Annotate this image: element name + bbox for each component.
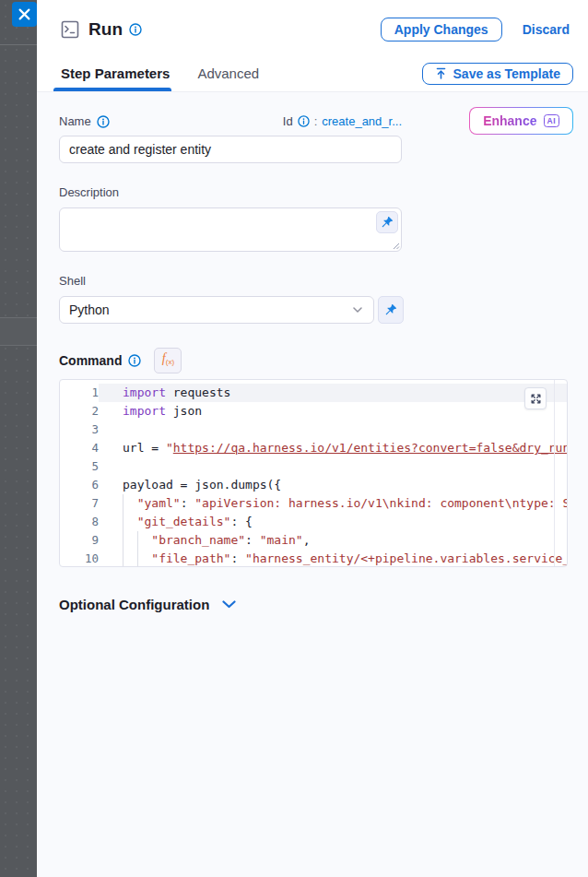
- id-info-icon[interactable]: [298, 115, 310, 127]
- ai-badge: AI: [544, 114, 560, 127]
- shell-pin-button[interactable]: [378, 296, 404, 324]
- shell-select[interactable]: Python: [59, 296, 374, 324]
- line-number: 7: [60, 494, 99, 513]
- indent-guide: [123, 513, 123, 531]
- command-editor[interactable]: 1import requests2import json34url = "htt…: [59, 379, 568, 567]
- terminal-icon: [61, 20, 79, 39]
- command-info-icon[interactable]: [128, 354, 141, 367]
- enhance-label: Enhance: [483, 113, 536, 128]
- discard-button[interactable]: Discard: [523, 22, 570, 37]
- line-number: 1: [60, 384, 99, 402]
- line-number: 8: [60, 513, 99, 531]
- code-line[interactable]: 1import requests: [60, 384, 567, 402]
- close-button[interactable]: [12, 2, 37, 27]
- fx-expression-button[interactable]: f(x): [154, 348, 182, 373]
- indent-guide: [123, 531, 123, 550]
- description-label: Description: [59, 185, 119, 199]
- expand-icon: [530, 393, 542, 405]
- code-line[interactable]: 7 "yaml": "apiVersion: harness.io/v1\nki…: [60, 494, 567, 513]
- textarea-resize-handle[interactable]: [391, 241, 400, 250]
- template-upload-icon: [435, 67, 447, 80]
- optional-configuration-toggle[interactable]: Optional Configuration: [59, 597, 573, 612]
- shell-selected-value: Python: [69, 302, 110, 317]
- id-value: create_and_r...: [322, 114, 402, 128]
- line-number: 2: [60, 402, 99, 421]
- code-line[interactable]: 8 "git_details": {: [60, 513, 567, 531]
- canvas-divider: [0, 44, 37, 45]
- code-line[interactable]: 9 "branch_name": "main",: [60, 531, 567, 550]
- indent-guide: [137, 531, 138, 550]
- save-as-template-label: Save as Template: [453, 66, 560, 81]
- id-label: Id: [283, 114, 293, 128]
- line-number: 3: [60, 421, 99, 439]
- title-info-icon[interactable]: [129, 23, 142, 36]
- active-tab-underline: [53, 88, 171, 91]
- indent-guide: [137, 550, 138, 567]
- line-number: 9: [60, 531, 99, 550]
- pin-icon: [384, 303, 397, 316]
- chevron-down-icon: [353, 307, 362, 313]
- enhance-ai-button[interactable]: Enhance AI: [469, 107, 573, 135]
- name-label: Name: [59, 114, 91, 128]
- page-title: Run: [88, 19, 123, 40]
- code-line[interactable]: 3: [60, 421, 567, 439]
- name-input[interactable]: [59, 136, 402, 163]
- pin-icon: [381, 216, 394, 229]
- editor-expand-button[interactable]: [524, 387, 547, 409]
- description-textarea[interactable]: [59, 207, 402, 252]
- drawer-header: Run Apply Changes Discard: [37, 0, 588, 55]
- line-number: 10: [60, 550, 99, 567]
- chevron-down-icon: [222, 600, 236, 609]
- indent-guide: [123, 550, 123, 567]
- tab-advanced[interactable]: Advanced: [195, 65, 261, 81]
- shell-label: Shell: [59, 274, 86, 288]
- apply-changes-button[interactable]: Apply Changes: [381, 18, 502, 41]
- editor-scrollbar-divider: [554, 380, 555, 566]
- name-info-icon[interactable]: [97, 115, 110, 128]
- command-label: Command: [59, 353, 122, 368]
- command-editor-lines: 1import requests2import json34url = "htt…: [60, 384, 567, 567]
- step-config-drawer: Run Apply Changes Discard Step Parameter…: [37, 0, 588, 877]
- tab-step-parameters[interactable]: Step Parameters: [59, 65, 171, 81]
- id-separator: :: [314, 114, 318, 128]
- canvas-toolbar-band: [0, 317, 37, 346]
- line-number: 5: [60, 457, 99, 476]
- indent-guide: [123, 494, 123, 513]
- pipeline-canvas-strip: [0, 0, 37, 877]
- line-number: 4: [60, 439, 99, 457]
- code-line[interactable]: 4url = "https://qa.harness.io/v1/entitie…: [60, 439, 567, 457]
- description-pin-button[interactable]: [376, 211, 398, 233]
- code-line[interactable]: 10 "file_path": "harness_entity/<+pipeli…: [60, 550, 567, 567]
- step-parameters-form: Enhance AI Name Id : cr: [37, 92, 588, 612]
- code-line[interactable]: 6payload = json.dumps({: [60, 476, 567, 494]
- code-line[interactable]: 2import json: [60, 402, 567, 421]
- line-number: 6: [60, 476, 99, 494]
- tabs-bar: Step Parameters Advanced Save as Templat…: [37, 55, 588, 92]
- optional-configuration-label: Optional Configuration: [59, 597, 209, 612]
- close-icon: [18, 8, 30, 20]
- save-as-template-button[interactable]: Save as Template: [422, 63, 573, 85]
- code-line[interactable]: 5: [60, 457, 567, 476]
